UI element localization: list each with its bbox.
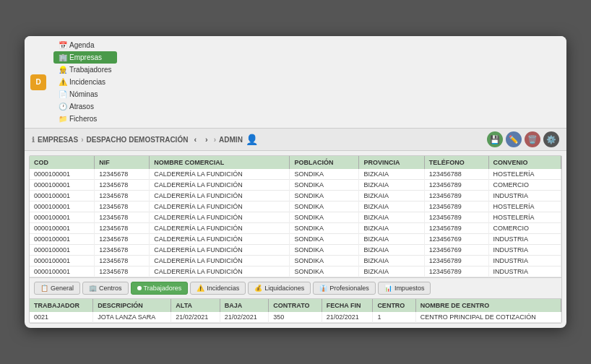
cell-r5-c3: SONDIKA bbox=[290, 223, 359, 234]
tab-label-incidencias: Incidencias bbox=[207, 285, 239, 292]
table-row[interactable]: 000010000112345678CALDERERÍA LA FUNDICIÓ… bbox=[30, 212, 561, 223]
bottom-cell-r0-c4: 350 bbox=[269, 312, 322, 323]
main-window: D 📅Agenda🏢Empresas👷Trabajadores⚠️Inciden… bbox=[25, 36, 566, 328]
cell-r0-c2: CALDERERÍA LA FUNDICIÓN bbox=[150, 169, 290, 180]
nav-icon-incidencias: ⚠️ bbox=[59, 78, 67, 86]
nav-icon-atrasos: 🕐 bbox=[59, 103, 67, 110]
nav-icon-empresas: 🏢 bbox=[59, 53, 67, 61]
nav-next-btn[interactable]: › bbox=[202, 134, 211, 145]
cell-r8-c0: 0000100001 bbox=[30, 256, 95, 266]
table-row[interactable]: 000010000112345678CALDERERÍA LA FUNDICIÓ… bbox=[30, 256, 561, 266]
col-header-población: POBLACIÓN bbox=[290, 156, 359, 169]
bottom-table-row[interactable]: 0021JOTA LANZA SARA21/02/202121/02/20213… bbox=[30, 312, 561, 323]
main-table: CODNIFNOMBRE COMERCIALPOBLACIÓNPROVINCIA… bbox=[30, 156, 561, 277]
bottom-col-header-contrato: CONTRATO bbox=[269, 299, 322, 312]
cell-r2-c0: 0000100001 bbox=[30, 191, 95, 202]
tab-liquidaciones[interactable]: 💰Liquidaciones bbox=[248, 282, 311, 295]
nav-label-atrasos: Atrasos bbox=[69, 103, 94, 110]
delete-button[interactable]: 🗑️ bbox=[525, 131, 540, 147]
table-row[interactable]: 000010000112345678CALDERERÍA LA FUNDICIÓ… bbox=[30, 234, 561, 245]
nav-item-atrasos[interactable]: 🕐Atrasos bbox=[53, 100, 117, 113]
nav-item-agenda[interactable]: 📅Agenda bbox=[53, 39, 117, 51]
table-row[interactable]: 000010000112345678CALDERERÍA LA FUNDICIÓ… bbox=[30, 180, 561, 191]
cell-r2-c6: INDUSTRIA bbox=[488, 191, 561, 202]
settings-button[interactable]: ⚙️ bbox=[543, 131, 559, 147]
table-row[interactable]: 000010000112345678CALDERERÍA LA FUNDICIÓ… bbox=[30, 169, 561, 180]
tab-label-centros: Centros bbox=[99, 285, 122, 292]
cell-r6-c3: SONDIKA bbox=[290, 234, 359, 245]
nav-bar: 📅Agenda🏢Empresas👷Trabajadores⚠️Incidenci… bbox=[53, 39, 117, 125]
nav-icon-ficheros: 📁 bbox=[59, 115, 67, 123]
tab-general[interactable]: 📋General bbox=[34, 282, 80, 295]
table-row[interactable]: 000010000112345678CALDERERÍA LA FUNDICIÓ… bbox=[30, 223, 561, 234]
bottom-col-header-descripción: DESCRIPCIÓN bbox=[93, 299, 171, 312]
cell-r2-c4: BIZKAIA bbox=[359, 191, 424, 202]
nav-item-trabajadores[interactable]: 👷Trabajadores bbox=[53, 64, 117, 76]
cell-r7-c3: SONDIKA bbox=[290, 245, 359, 256]
nav-item-nominas[interactable]: 📄Nóminas bbox=[53, 88, 117, 100]
table-row[interactable]: 000010000112345678CALDERERÍA LA FUNDICIÓ… bbox=[30, 202, 561, 212]
nav-item-ficheros[interactable]: 📁Ficheros bbox=[53, 113, 117, 125]
nav-label-ficheros: Ficheros bbox=[69, 115, 97, 123]
col-header-nif: NIF bbox=[95, 156, 150, 169]
cell-r2-c2: CALDERERÍA LA FUNDICIÓN bbox=[150, 191, 290, 202]
cell-r0-c1: 12345678 bbox=[95, 169, 150, 180]
nav-label-empresas: Empresas bbox=[69, 53, 102, 61]
edit-button[interactable]: ✏️ bbox=[506, 131, 522, 147]
breadcrumb-empresa: EMPRESAS bbox=[38, 136, 78, 144]
cell-r3-c4: BIZKAIA bbox=[359, 202, 424, 212]
nav-label-agenda: Agenda bbox=[69, 41, 94, 49]
nav-item-empresas[interactable]: 🏢Empresas bbox=[53, 51, 117, 64]
bottom-col-header-trabajador: TRABAJADOR bbox=[30, 299, 93, 312]
cell-r4-c1: 12345678 bbox=[95, 212, 150, 223]
cell-r0-c3: SONDIKA bbox=[290, 169, 359, 180]
table-row[interactable]: 000010000112345678CALDERERÍA LA FUNDICIÓ… bbox=[30, 266, 561, 277]
tab-trabajadores[interactable]: Trabajadores bbox=[131, 282, 189, 295]
cell-r7-c2: CALDERERÍA LA FUNDICIÓN bbox=[150, 245, 290, 256]
cell-r9-c4: BIZKAIA bbox=[359, 266, 424, 277]
col-header-convenio: CONVENIO bbox=[488, 156, 561, 169]
bottom-cell-r0-c5: 21/02/2021 bbox=[322, 312, 373, 323]
tab-impuestos[interactable]: 📊Impuestos bbox=[378, 282, 431, 295]
cell-r8-c3: SONDIKA bbox=[290, 256, 359, 266]
main-content: CODNIFNOMBRE COMERCIALPOBLACIÓNPROVINCIA… bbox=[29, 155, 562, 324]
tab-profesionales[interactable]: 👔Profesionales bbox=[313, 282, 376, 295]
breadcrumb-despacho: DESPACHO DEMOSTRACIÓN bbox=[86, 136, 188, 144]
bottom-cell-r0-c7: CENTRO PRINCIPAL DE COTIZACIÓN bbox=[415, 312, 561, 323]
nav-prev-btn[interactable]: ‹ bbox=[191, 134, 199, 145]
cell-r6-c6: INDUSTRIA bbox=[488, 234, 561, 245]
cell-r4-c6: HOSTELERÍA bbox=[488, 212, 561, 223]
cell-r1-c0: 0000100001 bbox=[30, 180, 95, 191]
cell-r6-c5: 123456769 bbox=[424, 234, 488, 245]
table-row[interactable]: 000010000112345678CALDERERÍA LA FUNDICIÓ… bbox=[30, 245, 561, 256]
cell-r4-c4: BIZKAIA bbox=[359, 212, 424, 223]
tab-incidencias[interactable]: ⚠️Incidencias bbox=[190, 282, 246, 295]
main-table-section: CODNIFNOMBRE COMERCIALPOBLACIÓNPROVINCIA… bbox=[30, 156, 561, 277]
cell-r2-c1: 12345678 bbox=[95, 191, 150, 202]
bottom-cell-r0-c0: 0021 bbox=[30, 312, 93, 323]
cell-r8-c4: BIZKAIA bbox=[359, 256, 424, 266]
tab-dot-trabajadores bbox=[137, 286, 142, 290]
tab-label-profesionales: Profesionales bbox=[329, 285, 369, 292]
cell-r4-c2: CALDERERÍA LA FUNDICIÓN bbox=[150, 212, 290, 223]
cell-r5-c4: BIZKAIA bbox=[359, 223, 424, 234]
save-button[interactable]: 💾 bbox=[487, 131, 503, 147]
cell-r7-c5: 123456769 bbox=[424, 245, 488, 256]
tab-label-general: General bbox=[51, 285, 74, 292]
cell-r5-c5: 123456789 bbox=[424, 223, 488, 234]
bottom-col-header-fecha-fin: FECHA FIN bbox=[322, 299, 373, 312]
tab-icon-impuestos: 📊 bbox=[384, 285, 392, 292]
cell-r3-c6: HOSTELERÍA bbox=[488, 202, 561, 212]
nav-item-incidencias[interactable]: ⚠️Incidencias bbox=[53, 76, 117, 88]
cell-r9-c5: 123456789 bbox=[424, 266, 488, 277]
cell-r3-c0: 0000100001 bbox=[30, 202, 95, 212]
cell-r9-c3: SONDIKA bbox=[290, 266, 359, 277]
cell-r7-c1: 12345678 bbox=[95, 245, 150, 256]
cell-r0-c4: BIZKAIA bbox=[359, 169, 424, 180]
nav-icon-trabajadores: 👷 bbox=[59, 66, 67, 74]
tab-centros[interactable]: 🏢Centros bbox=[82, 282, 129, 295]
cell-r1-c5: 123456789 bbox=[424, 180, 488, 191]
cell-r3-c1: 12345678 bbox=[95, 202, 150, 212]
cell-r0-c5: 123456788 bbox=[424, 169, 488, 180]
table-row[interactable]: 000010000112345678CALDERERÍA LA FUNDICIÓ… bbox=[30, 191, 561, 202]
